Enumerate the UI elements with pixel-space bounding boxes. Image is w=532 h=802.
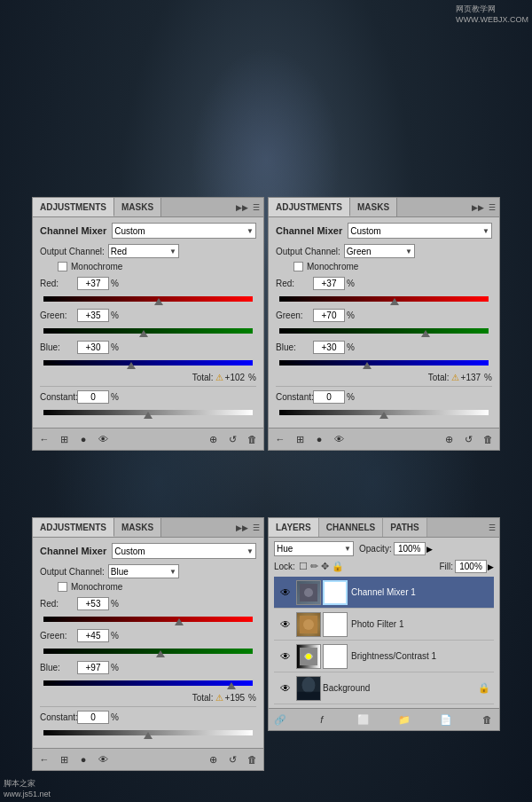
panel1-circle-btn[interactable]: ● bbox=[75, 431, 91, 447]
panel2-blue-value[interactable]: +30 bbox=[313, 341, 345, 354]
panel2-green-value[interactable]: +70 bbox=[313, 309, 345, 322]
panel3-green-thumb[interactable] bbox=[156, 650, 165, 657]
panel3-circle-btn[interactable]: ● bbox=[75, 751, 91, 767]
panel3-blue-slider[interactable] bbox=[43, 675, 253, 691]
panel3-green-value[interactable]: +45 bbox=[77, 629, 109, 642]
panel1-blue-slider[interactable] bbox=[43, 355, 253, 371]
layer-3-eye[interactable]: 👁 bbox=[278, 680, 293, 696]
panel3-tab-adjustments[interactable]: ADJUSTMENTS bbox=[33, 518, 114, 537]
panel2-output-select[interactable]: Green ▼ bbox=[344, 244, 415, 258]
layers-fx-btn[interactable]: f bbox=[314, 712, 330, 727]
panel2-red-value[interactable]: +37 bbox=[313, 277, 345, 290]
layer-0-eye[interactable]: 👁 bbox=[278, 585, 293, 601]
panel1-reset-btn[interactable]: ↺ bbox=[224, 431, 240, 447]
panel1-mono-checkbox[interactable] bbox=[58, 262, 67, 271]
panel3-red-slider[interactable] bbox=[43, 611, 253, 627]
layers-menu-icon[interactable]: ☰ bbox=[489, 523, 496, 532]
layers-tab-channels[interactable]: CHANNELS bbox=[319, 518, 384, 537]
panel3-expand-icon[interactable]: ▶▶ bbox=[236, 523, 248, 532]
panel3-preset-select[interactable]: Custom ▼ bbox=[112, 543, 256, 559]
panel3-red-value[interactable]: +53 bbox=[77, 597, 109, 610]
layers-tab-paths[interactable]: PATHS bbox=[383, 518, 426, 537]
panel1-red-value[interactable]: +37 bbox=[77, 277, 109, 290]
panel2-red-slider[interactable] bbox=[279, 291, 489, 307]
lock-padlock-icon[interactable]: 🔒 bbox=[332, 561, 344, 572]
panel2-blue-slider[interactable] bbox=[279, 355, 489, 371]
panel3-new-btn[interactable]: ⊞ bbox=[56, 751, 72, 767]
layers-opacity-value[interactable]: 100% bbox=[394, 542, 426, 555]
panel2-preset-select[interactable]: Custom ▼ bbox=[348, 223, 492, 239]
panel2-delete-btn[interactable]: 🗑 bbox=[480, 431, 496, 447]
panel1-output-select[interactable]: Red ▼ bbox=[108, 244, 179, 258]
panel1-green-slider[interactable] bbox=[43, 323, 253, 339]
panel1-preset-select[interactable]: Custom ▼ bbox=[112, 223, 256, 239]
panel2-constant-slider[interactable] bbox=[279, 405, 489, 421]
panel3-output-select[interactable]: Blue ▼ bbox=[108, 564, 179, 578]
panel1-mask-btn[interactable]: ⊕ bbox=[205, 431, 221, 447]
panel1-constant-slider[interactable] bbox=[43, 405, 253, 421]
lock-checkbox-icon[interactable]: ☐ bbox=[299, 561, 308, 572]
lock-pen-icon[interactable]: ✏ bbox=[310, 561, 318, 572]
layers-blend-select[interactable]: Hue ▼ bbox=[274, 541, 354, 556]
panel3-eye-btn[interactable]: 👁 bbox=[95, 751, 111, 767]
panel3-blue-value[interactable]: +97 bbox=[77, 661, 109, 674]
panel3-mask-btn[interactable]: ⊕ bbox=[205, 751, 221, 767]
layer-2-eye[interactable]: 👁 bbox=[278, 649, 293, 664]
panel2-new-btn[interactable]: ⊞ bbox=[292, 431, 308, 447]
panel1-green-value[interactable]: +35 bbox=[77, 309, 109, 322]
panel1-menu-icon[interactable]: ☰ bbox=[253, 203, 260, 212]
panel1-blue-value[interactable]: +30 bbox=[77, 341, 109, 354]
panel1-tab-adjustments[interactable]: ADJUSTMENTS bbox=[33, 198, 114, 216]
panel3-back-btn[interactable]: ← bbox=[36, 751, 52, 767]
panel2-green-slider[interactable] bbox=[279, 323, 489, 339]
panel3-constant-value[interactable]: 0 bbox=[77, 711, 109, 724]
layers-mask-btn[interactable]: ⬜ bbox=[356, 712, 372, 727]
panel3-menu-icon[interactable]: ☰ bbox=[253, 523, 260, 532]
layer-row-3[interactable]: 👁 Background 🔒 bbox=[274, 672, 494, 704]
panel2-mono-checkbox[interactable] bbox=[293, 262, 303, 271]
panel1-back-btn[interactable]: ← bbox=[36, 431, 52, 447]
layers-fill-arrow[interactable]: ▶ bbox=[488, 562, 494, 571]
panel2-green-thumb[interactable] bbox=[421, 330, 430, 337]
layers-fill-value[interactable]: 100% bbox=[455, 560, 487, 573]
panel1-red-thumb[interactable] bbox=[154, 298, 163, 305]
panel2-expand-icon[interactable]: ▶▶ bbox=[472, 203, 484, 212]
panel1-red-slider[interactable] bbox=[43, 291, 253, 307]
lock-move-icon[interactable]: ✥ bbox=[321, 561, 329, 572]
layers-link-btn[interactable]: 🔗 bbox=[272, 712, 288, 727]
panel1-green-thumb[interactable] bbox=[139, 330, 148, 337]
panel1-delete-btn[interactable]: 🗑 bbox=[244, 431, 260, 447]
panel2-eye-btn[interactable]: 👁 bbox=[331, 431, 347, 447]
panel1-eye-btn[interactable]: 👁 bbox=[95, 431, 111, 447]
panel2-circle-btn[interactable]: ● bbox=[311, 431, 327, 447]
layer-row-1[interactable]: 👁 Photo Filter 1 bbox=[274, 609, 494, 641]
panel1-tab-masks[interactable]: MASKS bbox=[114, 198, 161, 216]
panel3-delete-btn[interactable]: 🗑 bbox=[244, 751, 260, 767]
panel2-blue-thumb[interactable] bbox=[363, 362, 372, 369]
panel3-blue-thumb[interactable] bbox=[227, 682, 236, 689]
panel2-constant-thumb[interactable] bbox=[379, 412, 388, 419]
layers-new-btn[interactable]: 📄 bbox=[438, 712, 454, 727]
panel3-constant-slider[interactable] bbox=[43, 725, 253, 741]
layer-row-0[interactable]: 👁 Channel Mixer 1 bbox=[274, 577, 494, 609]
panel1-constant-thumb[interactable] bbox=[144, 412, 153, 419]
panel2-reset-btn[interactable]: ↺ bbox=[460, 431, 476, 447]
layers-opacity-arrow[interactable]: ▶ bbox=[426, 545, 433, 554]
panel2-back-btn[interactable]: ← bbox=[272, 431, 288, 447]
layers-group-btn[interactable]: 📁 bbox=[396, 712, 412, 727]
panel2-tab-adjustments[interactable]: ADJUSTMENTS bbox=[269, 198, 350, 216]
panel3-green-slider[interactable] bbox=[43, 643, 253, 659]
panel1-expand-icon[interactable]: ▶▶ bbox=[236, 203, 248, 212]
panel3-reset-btn[interactable]: ↺ bbox=[224, 751, 240, 767]
panel2-menu-icon[interactable]: ☰ bbox=[489, 203, 496, 212]
panel2-constant-value[interactable]: 0 bbox=[313, 390, 345, 404]
panel3-tab-masks[interactable]: MASKS bbox=[114, 518, 161, 537]
layers-tab-layers[interactable]: LAYERS bbox=[269, 518, 319, 537]
layer-row-2[interactable]: 👁 Brightness/Contrast 1 bbox=[274, 641, 494, 672]
panel3-mono-checkbox[interactable] bbox=[58, 582, 67, 592]
panel2-mask-btn[interactable]: ⊕ bbox=[441, 431, 457, 447]
panel2-red-thumb[interactable] bbox=[390, 298, 399, 305]
panel1-constant-value[interactable]: 0 bbox=[77, 390, 109, 404]
panel1-blue-thumb[interactable] bbox=[127, 362, 136, 369]
panel2-tab-masks[interactable]: MASKS bbox=[350, 198, 397, 216]
